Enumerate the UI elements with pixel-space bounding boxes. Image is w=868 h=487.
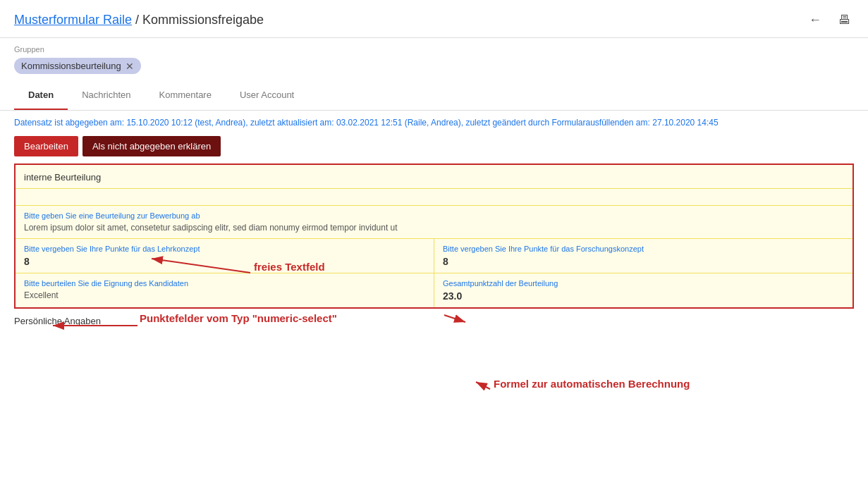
text-field-label: Bitte geben Sie eine Beurteilung zur Bew…	[24, 211, 844, 220]
eignung-label: Bitte beurteilen Sie die Eignung des Kan…	[24, 279, 425, 288]
tab-daten[interactable]: Daten	[14, 81, 68, 110]
gesamtpunktzahl-value: 23.0	[443, 290, 844, 302]
section-title: interne Beurteilung	[24, 172, 844, 183]
punkte-lehr-col: Bitte vergeben Sie Ihre Punkte für das L…	[16, 239, 434, 273]
group-tag-close[interactable]: ✕	[126, 61, 134, 71]
punkte-lehr-value: 8	[24, 256, 425, 267]
page-title: Musterformular Raile / Kommissionsfreiga…	[14, 13, 264, 27]
info-bar: Datensatz ist abgegeben am: 15.10.2020 1…	[0, 111, 868, 132]
action-buttons: Bearbeiten Als nicht abgegeben erklären	[0, 132, 868, 164]
gesamtpunktzahl-label: Gesamtpunktzahl der Beurteilung	[443, 279, 844, 288]
back-button[interactable]: ←	[806, 10, 824, 30]
annotations-wrapper: interne Beurteilung Bitte geben Sie eine…	[14, 164, 854, 309]
nicht-abgegeben-button[interactable]: Als nicht abgegeben erklären	[82, 136, 221, 156]
bearbeiten-button[interactable]: Bearbeiten	[14, 136, 78, 156]
punkte-forschung-label: Bitte vergeben Sie Ihre Punkte für das F…	[443, 245, 844, 253]
group-tag: Kommissionsbeurteilung ✕	[14, 58, 141, 74]
tab-kommentare[interactable]: Kommentare	[145, 81, 226, 110]
text-field-value: Lorem ipsum dolor sit amet, consetetur s…	[24, 223, 844, 233]
eignung-col: Bitte beurteilen Sie die Eignung des Kan…	[16, 273, 434, 307]
bottom-label: Persönliche Angaben	[0, 309, 868, 333]
groups-label: Gruppen	[14, 45, 854, 54]
tab-user-account[interactable]: User Account	[226, 81, 308, 110]
punkte-forschung-col: Bitte vergeben Sie Ihre Punkte für das F…	[434, 239, 852, 273]
page-header: Musterformular Raile / Kommissionsfreiga…	[0, 0, 868, 38]
punkte-row: Bitte vergeben Sie Ihre Punkte für das L…	[16, 239, 852, 273]
tabs-bar: Daten Nachrichten Kommentare User Accoun…	[0, 81, 868, 111]
eignung-row: Bitte beurteilen Sie die Eignung des Kan…	[16, 273, 852, 307]
tab-nachrichten[interactable]: Nachrichten	[68, 81, 145, 110]
text-field-area: Bitte geben Sie eine Beurteilung zur Bew…	[16, 206, 852, 239]
svg-text:Formel zur automatischen Berec: Formel zur automatischen Berechnung	[494, 378, 690, 390]
group-tag-label: Kommissionsbeurteilung	[21, 61, 121, 71]
musterformular-link[interactable]: Musterformular Raile	[14, 13, 132, 27]
svg-line-6	[476, 382, 490, 389]
header-actions: ← 🖶	[806, 10, 854, 30]
empty-area	[16, 189, 852, 206]
eignung-value: Excellent	[24, 290, 425, 300]
print-button[interactable]: 🖶	[836, 10, 854, 30]
punkte-lehr-label: Bitte vergeben Sie Ihre Punkte für das L…	[24, 245, 425, 253]
content-box: interne Beurteilung Bitte geben Sie eine…	[14, 164, 854, 309]
section-title-row: interne Beurteilung	[16, 165, 852, 189]
gesamtpunktzahl-col: Gesamtpunktzahl der Beurteilung 23.0	[434, 273, 852, 307]
groups-section: Gruppen Kommissionsbeurteilung ✕	[0, 38, 868, 78]
punkte-forschung-value: 8	[443, 256, 844, 267]
